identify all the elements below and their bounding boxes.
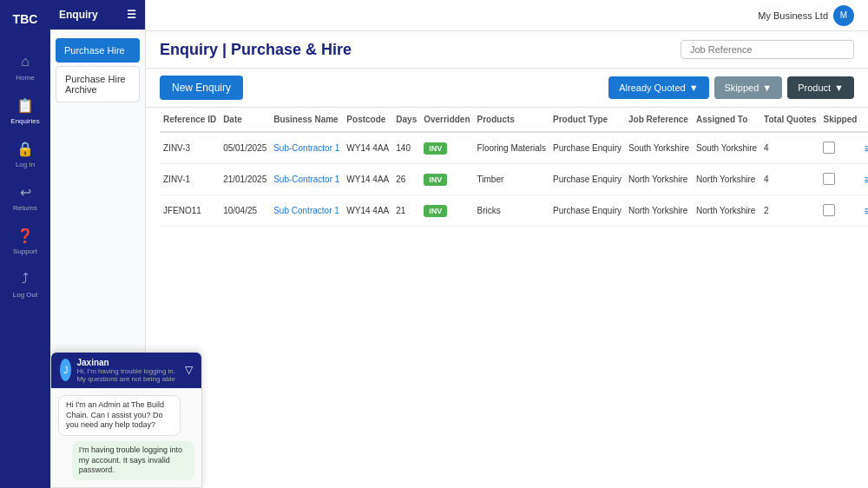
company-name: My Business Ltd [758, 10, 828, 21]
nav-purchase-hire[interactable]: Purchase Hire [56, 38, 140, 63]
sidebar-item-login[interactable]: 🔒 Log In [0, 132, 50, 175]
col-business: Business Name [270, 108, 343, 132]
sidebar-label-returns: Returns [13, 204, 37, 212]
col-job-ref: Job Reference [625, 108, 693, 132]
left-panel-title: Enquiry [59, 9, 98, 21]
returns-icon: ↩ [16, 182, 35, 201]
cell-days: 21 [392, 195, 420, 227]
nav-purchase-hire-archive[interactable]: Purchase Hire Archive [56, 66, 140, 102]
cell-date: 10/04/25 [220, 195, 270, 227]
chat-bubble-received: Hi I'm an Admin at The Build Chain. Can … [58, 395, 181, 436]
cell-job-ref: South Yorkshire [625, 132, 693, 164]
cell-skipped[interactable] [819, 164, 860, 195]
cell-list-icon[interactable]: ≡ [860, 164, 868, 195]
cell-badge: INV [420, 164, 473, 195]
cell-business[interactable]: Sub Contractor 1 [270, 195, 343, 227]
skipped-label: Skipped [725, 82, 760, 93]
login-icon: 🔒 [16, 139, 35, 158]
company-info: My Business Ltd M [758, 5, 854, 26]
already-quoted-chevron: ▼ [689, 82, 699, 93]
sidebar-label-login: Log In [16, 161, 35, 168]
chat-header: J Jaxinan Hi, I'm having trouble logging… [51, 353, 201, 388]
sidebar-label-logout: Log Out [13, 291, 37, 299]
cell-ref: JFENO11 [160, 195, 220, 227]
chat-subtext: Hi, I'm having trouble logging in. My qu… [76, 367, 180, 383]
cell-job-ref: North Yorkshire [625, 164, 693, 195]
job-reference-input[interactable] [681, 40, 854, 59]
cell-skipped[interactable] [819, 195, 860, 227]
chat-avatar: J [60, 359, 71, 381]
col-product-type: Product Type [549, 108, 625, 132]
sidebar-item-enquiries[interactable]: 📋 Enquiries [0, 89, 50, 132]
table-container: Reference ID Date Business Name Postcode… [146, 108, 868, 488]
col-postcode: Postcode [343, 108, 392, 132]
chat-name: Jaxinan [76, 358, 180, 367]
table-row: JFENO11 10/04/25 Sub Contractor 1 WY14 4… [160, 195, 868, 227]
cell-total-quotes: 4 [760, 132, 819, 164]
cell-postcode: WY14 4AA [343, 132, 392, 164]
home-icon: ⌂ [16, 52, 35, 71]
cell-total-quotes: 2 [760, 195, 819, 227]
sidebar-label-enquiries: Enquiries [10, 117, 39, 125]
cell-date: 05/01/2025 [220, 132, 270, 164]
cell-badge: INV [420, 132, 473, 164]
avatar: M [833, 5, 854, 26]
cell-assigned: South Yorkshire [693, 132, 760, 164]
cell-days: 140 [392, 132, 420, 164]
skipped-button[interactable]: Skipped ▼ [714, 76, 783, 99]
cell-products: Bricks [474, 195, 549, 227]
cell-list-icon[interactable]: ≡ [860, 132, 868, 164]
sidebar-label-support: Support [13, 247, 37, 255]
col-ref: Reference ID [160, 108, 220, 132]
chat-widget: J Jaxinan Hi, I'm having trouble logging… [50, 352, 202, 488]
chat-header-info: Jaxinan Hi, I'm having trouble logging i… [76, 358, 180, 383]
sidebar-label-home: Home [16, 74, 34, 82]
new-enquiry-button[interactable]: New Enquiry [160, 76, 243, 100]
sidebar: TBC ⌂ Home 📋 Enquiries 🔒 Log In ↩ Return… [0, 0, 50, 488]
skipped-chevron: ▼ [762, 82, 772, 93]
cell-business[interactable]: Sub-Contractor 1 [270, 164, 343, 195]
product-button[interactable]: Product ▼ [787, 76, 854, 99]
col-days: Days [392, 108, 420, 132]
cell-badge: INV [420, 195, 473, 227]
cell-business[interactable]: Sub-Contractor 1 [270, 132, 343, 164]
toolbar-filters: Already Quoted ▼ Skipped ▼ Product ▼ [608, 76, 854, 99]
col-assigned: Assigned To [693, 108, 760, 132]
cell-total-quotes: 4 [760, 164, 819, 195]
cell-products: Timber [474, 164, 549, 195]
product-chevron: ▼ [834, 82, 844, 93]
enquiries-icon: 📋 [16, 96, 35, 115]
chat-bubble-sent: I'm having trouble logging into my accou… [72, 441, 194, 480]
topbar: My Business Ltd M [146, 0, 868, 31]
toolbar: New Enquiry Already Quoted ▼ Skipped ▼ P… [146, 69, 868, 108]
page-header: Enquiry | Purchase & Hire [146, 31, 868, 69]
left-panel-menu-icon[interactable]: ☰ [127, 9, 136, 21]
already-quoted-label: Already Quoted [619, 82, 685, 93]
sidebar-item-logout[interactable]: ⤴ Log Out [0, 262, 50, 306]
sidebar-logo: TBC [8, 7, 43, 31]
cell-list-icon[interactable]: ≡ [860, 195, 868, 227]
cell-product-type: Purchase Enquiry [549, 195, 625, 227]
col-skipped: Skipped [819, 108, 860, 132]
product-label: Product [798, 82, 831, 93]
cell-product-type: Purchase Enquiry [549, 164, 625, 195]
cell-ref: ZINV-1 [160, 164, 220, 195]
chat-messages: Hi I'm an Admin at The Build Chain. Can … [51, 388, 201, 487]
sidebar-item-home[interactable]: ⌂ Home [0, 45, 50, 89]
col-total-quotes: Total Quotes [760, 108, 819, 132]
col-actions [860, 108, 868, 132]
support-icon: ❓ [16, 226, 35, 245]
already-quoted-button[interactable]: Already Quoted ▼ [608, 76, 708, 99]
sidebar-item-support[interactable]: ❓ Support [0, 219, 50, 262]
page-title: Enquiry | Purchase & Hire [160, 41, 352, 59]
cell-product-type: Purchase Enquiry [549, 132, 625, 164]
sidebar-item-returns[interactable]: ↩ Returns [0, 175, 50, 219]
cell-skipped[interactable] [819, 132, 860, 164]
col-products: Products [474, 108, 549, 132]
left-panel-header: Enquiry ☰ [50, 0, 145, 30]
cell-date: 21/01/2025 [220, 164, 270, 195]
chat-chevron-icon[interactable]: ▽ [185, 364, 193, 376]
main-content: My Business Ltd M Enquiry | Purchase & H… [146, 0, 868, 488]
cell-postcode: WY14 4AA [343, 164, 392, 195]
col-overridden: Overridden [420, 108, 473, 132]
